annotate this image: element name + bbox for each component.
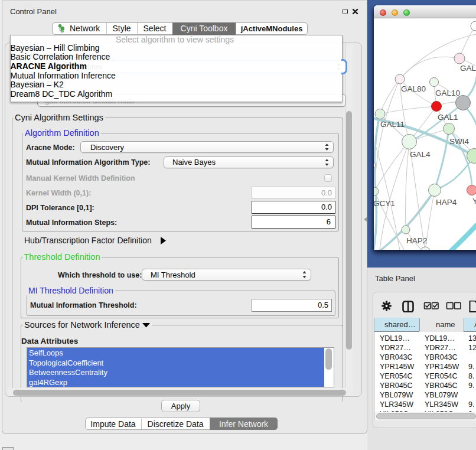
svg-text:GAL80: GAL80	[401, 84, 426, 93]
svg-text:GAL11: GAL11	[380, 120, 405, 129]
svg-text:HAP4: HAP4	[436, 198, 457, 207]
svg-text:GAL10: GAL10	[435, 89, 460, 97]
svg-text:GCY1: GCY1	[374, 199, 395, 208]
svg-text:GAL2: GAL2	[460, 64, 476, 73]
svg-text:GAL4: GAL4	[410, 150, 431, 159]
svg-text:YD: YD	[472, 197, 476, 206]
svg-text:HAP2: HAP2	[406, 236, 427, 245]
svg-text:GAL1: GAL1	[438, 113, 458, 122]
svg-text:SWI4: SWI4	[449, 137, 469, 146]
